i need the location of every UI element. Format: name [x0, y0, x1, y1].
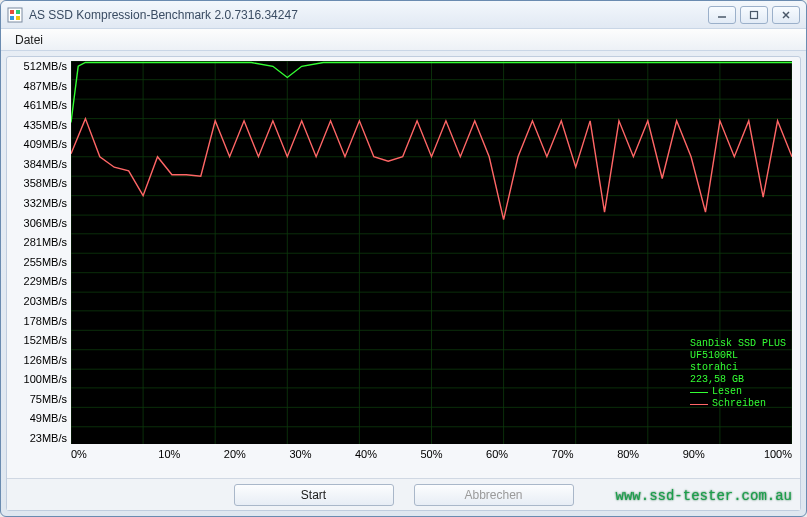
y-tick: 306MB/s: [11, 218, 67, 229]
cancel-button[interactable]: Abbrechen: [414, 484, 574, 506]
x-tick: 40%: [333, 448, 399, 464]
app-icon: [7, 7, 23, 23]
title-bar: AS SSD Kompression-Benchmark 2.0.7316.34…: [1, 1, 806, 29]
client-area: 512MB/s487MB/s461MB/s435MB/s409MB/s384MB…: [6, 56, 801, 511]
watermark: www.ssd-tester.com.au: [616, 488, 792, 504]
y-tick: 487MB/s: [11, 81, 67, 92]
maximize-icon: [749, 10, 759, 20]
y-tick: 229MB/s: [11, 276, 67, 287]
x-tick: 60%: [464, 448, 530, 464]
y-tick: 178MB/s: [11, 316, 67, 327]
menu-file[interactable]: Datei: [9, 31, 49, 49]
x-tick: 80%: [595, 448, 661, 464]
maximize-button[interactable]: [740, 6, 768, 24]
close-button[interactable]: [772, 6, 800, 24]
y-tick: 75MB/s: [11, 394, 67, 405]
window-controls: [708, 6, 800, 24]
y-axis: 512MB/s487MB/s461MB/s435MB/s409MB/s384MB…: [11, 61, 71, 444]
x-tick: 20%: [202, 448, 268, 464]
y-tick: 49MB/s: [11, 413, 67, 424]
x-axis: 0%10%20%30%40%50%60%70%80%90%100%: [71, 448, 792, 464]
svg-rect-3: [10, 16, 14, 20]
x-tick: 30%: [268, 448, 334, 464]
y-tick: 384MB/s: [11, 159, 67, 170]
chart-area: 512MB/s487MB/s461MB/s435MB/s409MB/s384MB…: [11, 61, 796, 474]
menu-bar: Datei: [1, 29, 806, 51]
start-button[interactable]: Start: [234, 484, 394, 506]
y-tick: 152MB/s: [11, 335, 67, 346]
minimize-button[interactable]: [708, 6, 736, 24]
x-tick: 50%: [399, 448, 465, 464]
svg-rect-1: [10, 10, 14, 14]
y-tick: 512MB/s: [11, 61, 67, 72]
y-tick: 203MB/s: [11, 296, 67, 307]
svg-rect-2: [16, 10, 20, 14]
y-tick: 126MB/s: [11, 355, 67, 366]
y-tick: 409MB/s: [11, 139, 67, 150]
window-title: AS SSD Kompression-Benchmark 2.0.7316.34…: [29, 8, 708, 22]
x-tick: 70%: [530, 448, 596, 464]
y-tick: 461MB/s: [11, 100, 67, 111]
minimize-icon: [717, 10, 727, 20]
svg-rect-6: [751, 11, 758, 18]
close-icon: [781, 10, 791, 20]
y-tick: 255MB/s: [11, 257, 67, 268]
y-tick: 281MB/s: [11, 237, 67, 248]
y-tick: 100MB/s: [11, 374, 67, 385]
x-tick: 90%: [661, 448, 727, 464]
y-tick: 332MB/s: [11, 198, 67, 209]
app-window: AS SSD Kompression-Benchmark 2.0.7316.34…: [0, 0, 807, 517]
x-tick: 10%: [137, 448, 203, 464]
button-bar: Start Abbrechen www.ssd-tester.com.au: [7, 478, 800, 510]
chart-plot: SanDisk SSD PLUS UF5100RL storahci 223,5…: [71, 61, 792, 444]
svg-rect-4: [16, 16, 20, 20]
y-tick: 358MB/s: [11, 178, 67, 189]
y-tick: 23MB/s: [11, 433, 67, 444]
y-tick: 435MB/s: [11, 120, 67, 131]
x-tick: 100%: [726, 448, 792, 464]
x-tick: 0%: [71, 448, 137, 464]
